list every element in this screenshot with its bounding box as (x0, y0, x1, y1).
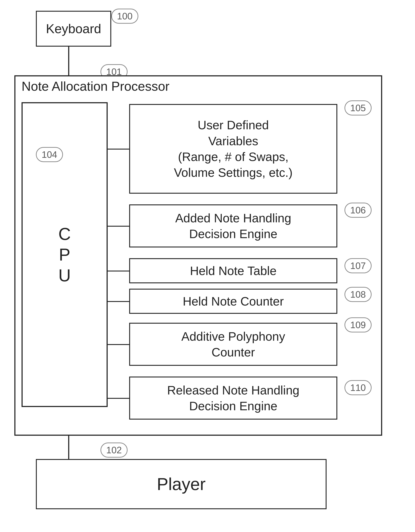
connector-anhde (108, 226, 130, 227)
connector-rnhde (108, 398, 130, 399)
connector-hnc (108, 301, 130, 302)
keyboard-box: Keyboard (36, 11, 111, 47)
label-108: 108 (345, 287, 372, 302)
module-apc: Additive PolyphonyCounter (129, 323, 337, 366)
module-rnhde-label: Released Note HandlingDecision Engine (164, 379, 303, 418)
ref-107: 107 (345, 258, 372, 273)
ref-105: 105 (345, 100, 372, 115)
label-110: 110 (345, 380, 372, 395)
label-102: 102 (100, 443, 127, 458)
connector-nap-player (68, 436, 69, 459)
connector-apc (108, 344, 130, 345)
module-anhde: Added Note HandlingDecision Engine (129, 204, 337, 247)
cpu-box: CPU (21, 102, 108, 407)
module-hnt: Held Note Table (129, 258, 337, 283)
module-hnc: Held Note Counter (129, 289, 337, 314)
module-apc-label: Additive PolyphonyCounter (178, 325, 289, 364)
label-100: 100 (111, 9, 138, 24)
ref-109: 109 (345, 317, 372, 332)
module-hnt-label: Held Note Table (186, 259, 280, 282)
player-box: Player (36, 459, 327, 509)
ref-102: 102 (100, 443, 127, 458)
module-hnc-label: Held Note Counter (179, 290, 287, 313)
label-104: 104 (36, 147, 63, 162)
module-rnhde: Released Note HandlingDecision Engine (129, 377, 337, 419)
ref-100: 100 (111, 9, 138, 24)
ref-110: 110 (345, 380, 372, 395)
connector-udv (108, 149, 130, 150)
connector-hnt (108, 271, 130, 271)
label-105: 105 (345, 100, 372, 115)
label-106: 106 (345, 203, 372, 218)
module-udv: User DefinedVariables(Range, # of Swaps,… (129, 104, 337, 194)
diagram-container: Keyboard 100 101 Note Allocation Process… (0, 0, 415, 532)
connector-keyboard-nap (68, 47, 69, 77)
label-107: 107 (345, 258, 372, 273)
module-anhde-label: Added Note HandlingDecision Engine (172, 207, 295, 246)
label-109: 109 (345, 317, 372, 332)
ref-108: 108 (345, 287, 372, 302)
cpu-label: CPU (58, 224, 71, 286)
keyboard-label: Keyboard (46, 21, 101, 36)
nap-label: Note Allocation Processor (21, 79, 169, 94)
module-udv-label: User DefinedVariables(Range, # of Swaps,… (170, 114, 296, 184)
ref-104: 104 (36, 147, 63, 162)
ref-106: 106 (345, 203, 372, 218)
player-label: Player (157, 474, 206, 494)
